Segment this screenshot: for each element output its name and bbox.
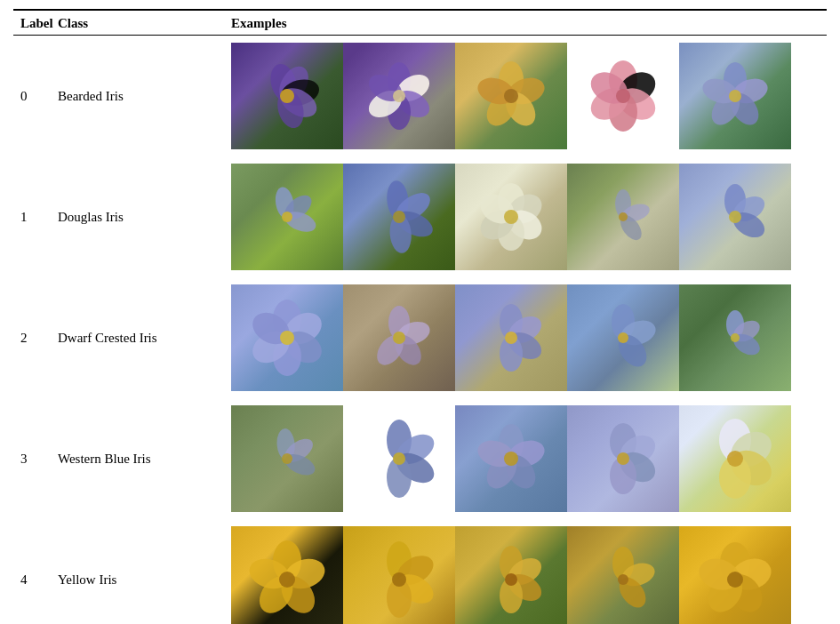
svg-point-72 — [505, 332, 517, 344]
flower-1-1 — [343, 164, 455, 270]
image-1-4 — [679, 164, 791, 270]
svg-point-89 — [393, 452, 405, 465]
flower-0-4 — [679, 43, 791, 149]
image-4-2 — [455, 526, 567, 624]
flower-0-0 — [231, 43, 343, 149]
row-images-3 — [231, 405, 827, 512]
flower-4-4 — [679, 526, 791, 624]
row-index-1: 1 — [13, 210, 58, 225]
svg-point-95 — [504, 452, 518, 466]
flower-0-3 — [567, 43, 679, 149]
row-index-3: 3 — [13, 452, 58, 467]
flower-1-4 — [679, 164, 791, 270]
row-images-4 — [231, 526, 827, 624]
svg-point-51 — [619, 212, 628, 221]
image-1-1 — [343, 164, 455, 270]
row-index-0: 0 — [13, 89, 58, 104]
flower-4-3 — [567, 526, 679, 624]
flower-4-1 — [343, 526, 455, 624]
row-name-3: Western Blue Iris — [58, 452, 231, 467]
svg-point-100 — [617, 452, 629, 465]
image-4-3 — [567, 526, 679, 624]
image-0-0 — [231, 43, 343, 149]
flower-3-1 — [343, 405, 455, 512]
svg-point-80 — [731, 333, 740, 342]
svg-point-62 — [280, 331, 294, 345]
image-1-0 — [231, 164, 343, 270]
row-name-4: Yellow Iris — [58, 572, 231, 588]
image-3-4 — [679, 405, 791, 512]
main-table: Label Class Examples 0 Bearded Iris — [13, 9, 827, 624]
flower-3-4 — [679, 405, 791, 512]
image-2-3 — [567, 284, 679, 391]
row-index-4: 4 — [13, 572, 58, 588]
image-1-3 — [567, 164, 679, 270]
image-4-0 — [231, 526, 343, 624]
svg-point-116 — [392, 572, 406, 587]
header-examples: Examples — [231, 16, 827, 31]
svg-point-31 — [729, 90, 741, 102]
image-0-3 — [567, 43, 679, 149]
svg-point-105 — [727, 451, 743, 467]
image-3-3 — [567, 405, 679, 512]
svg-point-67 — [393, 332, 405, 344]
row-images-1 — [231, 164, 827, 270]
flower-4-2 — [455, 526, 567, 624]
image-3-1 — [343, 405, 455, 512]
header-label: Label — [13, 16, 58, 31]
header-label-text: Label — [20, 16, 53, 30]
svg-point-121 — [505, 573, 517, 586]
image-0-1 — [343, 43, 455, 149]
svg-point-131 — [727, 572, 743, 588]
row-images-0 — [231, 43, 827, 149]
svg-point-40 — [393, 211, 405, 223]
flower-1-2 — [455, 164, 567, 270]
table-row: 2 Dwarf Crested Iris — [13, 277, 827, 398]
flower-3-2 — [455, 405, 567, 512]
svg-point-18 — [504, 89, 518, 103]
row-name-0: Bearded Iris — [58, 89, 231, 104]
svg-point-12 — [393, 90, 405, 102]
row-name-2: Dwarf Crested Iris — [58, 331, 231, 346]
flower-2-0 — [231, 284, 343, 391]
flower-2-4 — [679, 284, 791, 391]
flower-0-2 — [455, 43, 567, 149]
table-row: 3 Western Blue Iris — [13, 398, 827, 519]
image-3-0 — [231, 405, 343, 512]
flower-1-0 — [231, 164, 343, 270]
row-images-2 — [231, 284, 827, 391]
image-0-2 — [455, 43, 567, 149]
flower-0-1 — [343, 43, 455, 149]
svg-point-35 — [282, 212, 292, 222]
table-header: Label Class Examples — [13, 11, 827, 36]
flower-1-3 — [567, 164, 679, 270]
flower-2-1 — [343, 284, 455, 391]
svg-point-25 — [616, 89, 630, 103]
svg-point-84 — [282, 453, 292, 464]
flower-3-3 — [567, 405, 679, 512]
table-row: 4 Yellow Iris — [13, 519, 827, 624]
image-1-2 — [455, 164, 567, 270]
header-class-text: Class — [58, 16, 88, 30]
flower-4-0 — [231, 526, 343, 624]
row-index-2: 2 — [13, 331, 58, 346]
image-2-4 — [679, 284, 791, 391]
svg-point-125 — [618, 574, 628, 585]
image-0-4 — [679, 43, 791, 149]
image-3-2 — [455, 405, 567, 512]
svg-point-5 — [280, 89, 294, 103]
svg-point-111 — [279, 572, 295, 588]
svg-point-47 — [504, 210, 518, 224]
header-class: Class — [58, 16, 231, 31]
svg-point-55 — [729, 211, 741, 223]
header-examples-text: Examples — [231, 16, 287, 30]
image-2-1 — [343, 284, 455, 391]
flower-3-0 — [231, 405, 343, 512]
image-4-4 — [679, 526, 791, 624]
row-name-1: Douglas Iris — [58, 210, 231, 225]
table-row: 1 Douglas Iris — [13, 156, 827, 277]
image-2-2 — [455, 284, 567, 391]
flower-2-2 — [455, 284, 567, 391]
table-row: 0 Bearded Iris — [13, 36, 827, 156]
image-2-0 — [231, 284, 343, 391]
